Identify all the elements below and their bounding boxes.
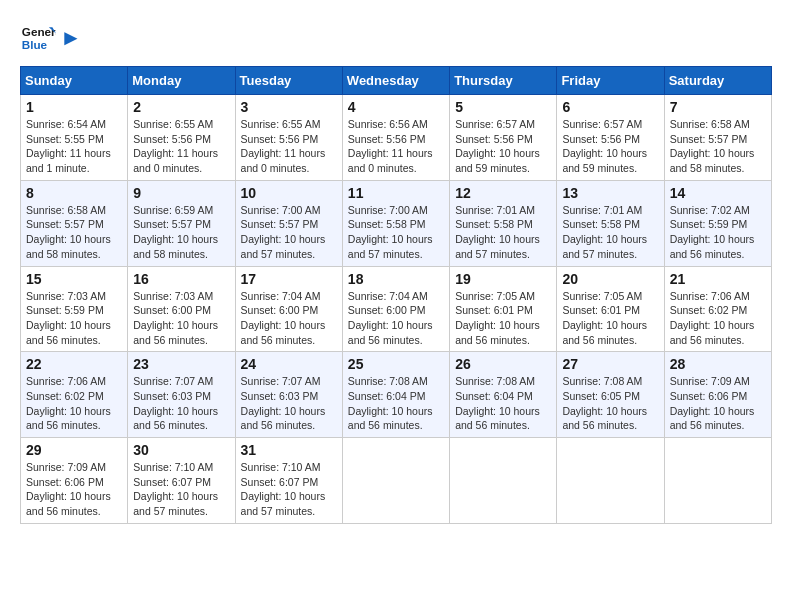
day-number: 23 <box>133 356 229 372</box>
day-info: Sunrise: 6:57 AMSunset: 5:56 PMDaylight:… <box>455 117 551 176</box>
calendar-day-cell: 20Sunrise: 7:05 AMSunset: 6:01 PMDayligh… <box>557 266 664 352</box>
day-number: 27 <box>562 356 658 372</box>
day-info: Sunrise: 7:01 AMSunset: 5:58 PMDaylight:… <box>455 203 551 262</box>
day-info: Sunrise: 7:00 AMSunset: 5:57 PMDaylight:… <box>241 203 337 262</box>
day-number: 24 <box>241 356 337 372</box>
calendar-day-cell: 31Sunrise: 7:10 AMSunset: 6:07 PMDayligh… <box>235 438 342 524</box>
day-info: Sunrise: 7:03 AMSunset: 6:00 PMDaylight:… <box>133 289 229 348</box>
day-info: Sunrise: 7:07 AMSunset: 6:03 PMDaylight:… <box>241 374 337 433</box>
header-tuesday: Tuesday <box>235 67 342 95</box>
calendar-day-cell: 28Sunrise: 7:09 AMSunset: 6:06 PMDayligh… <box>664 352 771 438</box>
day-number: 25 <box>348 356 444 372</box>
calendar-day-cell: 30Sunrise: 7:10 AMSunset: 6:07 PMDayligh… <box>128 438 235 524</box>
header-thursday: Thursday <box>450 67 557 95</box>
calendar-day-cell: 7Sunrise: 6:58 AMSunset: 5:57 PMDaylight… <box>664 95 771 181</box>
day-number: 29 <box>26 442 122 458</box>
day-number: 20 <box>562 271 658 287</box>
day-info: Sunrise: 7:04 AMSunset: 6:00 PMDaylight:… <box>241 289 337 348</box>
day-number: 19 <box>455 271 551 287</box>
calendar-day-cell: 8Sunrise: 6:58 AMSunset: 5:57 PMDaylight… <box>21 180 128 266</box>
empty-cell <box>450 438 557 524</box>
header-saturday: Saturday <box>664 67 771 95</box>
day-number: 9 <box>133 185 229 201</box>
day-info: Sunrise: 6:59 AMSunset: 5:57 PMDaylight:… <box>133 203 229 262</box>
calendar-week-row: 8Sunrise: 6:58 AMSunset: 5:57 PMDaylight… <box>21 180 772 266</box>
day-info: Sunrise: 7:09 AMSunset: 6:06 PMDaylight:… <box>670 374 766 433</box>
day-info: Sunrise: 7:06 AMSunset: 6:02 PMDaylight:… <box>670 289 766 348</box>
day-number: 21 <box>670 271 766 287</box>
day-number: 1 <box>26 99 122 115</box>
day-info: Sunrise: 7:10 AMSunset: 6:07 PMDaylight:… <box>241 460 337 519</box>
calendar-day-cell: 12Sunrise: 7:01 AMSunset: 5:58 PMDayligh… <box>450 180 557 266</box>
page-header: General Blue ► <box>20 20 772 56</box>
calendar-day-cell: 6Sunrise: 6:57 AMSunset: 5:56 PMDaylight… <box>557 95 664 181</box>
calendar-table: SundayMondayTuesdayWednesdayThursdayFrid… <box>20 66 772 524</box>
calendar-day-cell: 27Sunrise: 7:08 AMSunset: 6:05 PMDayligh… <box>557 352 664 438</box>
empty-cell <box>557 438 664 524</box>
day-number: 18 <box>348 271 444 287</box>
day-number: 30 <box>133 442 229 458</box>
day-number: 13 <box>562 185 658 201</box>
day-number: 26 <box>455 356 551 372</box>
calendar-day-cell: 3Sunrise: 6:55 AMSunset: 5:56 PMDaylight… <box>235 95 342 181</box>
day-info: Sunrise: 7:05 AMSunset: 6:01 PMDaylight:… <box>562 289 658 348</box>
day-info: Sunrise: 7:08 AMSunset: 6:04 PMDaylight:… <box>455 374 551 433</box>
calendar-day-cell: 5Sunrise: 6:57 AMSunset: 5:56 PMDaylight… <box>450 95 557 181</box>
calendar-day-cell: 16Sunrise: 7:03 AMSunset: 6:00 PMDayligh… <box>128 266 235 352</box>
header-sunday: Sunday <box>21 67 128 95</box>
day-info: Sunrise: 7:08 AMSunset: 6:05 PMDaylight:… <box>562 374 658 433</box>
logo-icon: General Blue <box>20 20 56 56</box>
day-number: 28 <box>670 356 766 372</box>
day-number: 3 <box>241 99 337 115</box>
day-info: Sunrise: 7:07 AMSunset: 6:03 PMDaylight:… <box>133 374 229 433</box>
calendar-day-cell: 9Sunrise: 6:59 AMSunset: 5:57 PMDaylight… <box>128 180 235 266</box>
day-number: 15 <box>26 271 122 287</box>
day-number: 10 <box>241 185 337 201</box>
day-number: 8 <box>26 185 122 201</box>
day-number: 16 <box>133 271 229 287</box>
empty-cell <box>342 438 449 524</box>
header-friday: Friday <box>557 67 664 95</box>
calendar-day-cell: 4Sunrise: 6:56 AMSunset: 5:56 PMDaylight… <box>342 95 449 181</box>
calendar-week-row: 22Sunrise: 7:06 AMSunset: 6:02 PMDayligh… <box>21 352 772 438</box>
calendar-day-cell: 13Sunrise: 7:01 AMSunset: 5:58 PMDayligh… <box>557 180 664 266</box>
day-number: 14 <box>670 185 766 201</box>
calendar-week-row: 29Sunrise: 7:09 AMSunset: 6:06 PMDayligh… <box>21 438 772 524</box>
day-info: Sunrise: 7:05 AMSunset: 6:01 PMDaylight:… <box>455 289 551 348</box>
day-info: Sunrise: 6:56 AMSunset: 5:56 PMDaylight:… <box>348 117 444 176</box>
calendar-day-cell: 17Sunrise: 7:04 AMSunset: 6:00 PMDayligh… <box>235 266 342 352</box>
day-info: Sunrise: 7:09 AMSunset: 6:06 PMDaylight:… <box>26 460 122 519</box>
day-number: 17 <box>241 271 337 287</box>
calendar-day-cell: 1Sunrise: 6:54 AMSunset: 5:55 PMDaylight… <box>21 95 128 181</box>
day-info: Sunrise: 7:08 AMSunset: 6:04 PMDaylight:… <box>348 374 444 433</box>
calendar-day-cell: 10Sunrise: 7:00 AMSunset: 5:57 PMDayligh… <box>235 180 342 266</box>
day-info: Sunrise: 7:01 AMSunset: 5:58 PMDaylight:… <box>562 203 658 262</box>
day-number: 22 <box>26 356 122 372</box>
day-info: Sunrise: 7:06 AMSunset: 6:02 PMDaylight:… <box>26 374 122 433</box>
day-info: Sunrise: 7:02 AMSunset: 5:59 PMDaylight:… <box>670 203 766 262</box>
day-number: 5 <box>455 99 551 115</box>
calendar-day-cell: 23Sunrise: 7:07 AMSunset: 6:03 PMDayligh… <box>128 352 235 438</box>
day-info: Sunrise: 6:55 AMSunset: 5:56 PMDaylight:… <box>241 117 337 176</box>
header-monday: Monday <box>128 67 235 95</box>
calendar-day-cell: 26Sunrise: 7:08 AMSunset: 6:04 PMDayligh… <box>450 352 557 438</box>
day-info: Sunrise: 6:54 AMSunset: 5:55 PMDaylight:… <box>26 117 122 176</box>
calendar-week-row: 1Sunrise: 6:54 AMSunset: 5:55 PMDaylight… <box>21 95 772 181</box>
day-info: Sunrise: 6:58 AMSunset: 5:57 PMDaylight:… <box>26 203 122 262</box>
day-number: 6 <box>562 99 658 115</box>
calendar-week-row: 15Sunrise: 7:03 AMSunset: 5:59 PMDayligh… <box>21 266 772 352</box>
day-number: 2 <box>133 99 229 115</box>
day-number: 7 <box>670 99 766 115</box>
calendar-day-cell: 22Sunrise: 7:06 AMSunset: 6:02 PMDayligh… <box>21 352 128 438</box>
calendar-day-cell: 18Sunrise: 7:04 AMSunset: 6:00 PMDayligh… <box>342 266 449 352</box>
day-info: Sunrise: 6:57 AMSunset: 5:56 PMDaylight:… <box>562 117 658 176</box>
day-number: 11 <box>348 185 444 201</box>
calendar-day-cell: 15Sunrise: 7:03 AMSunset: 5:59 PMDayligh… <box>21 266 128 352</box>
calendar-day-cell: 2Sunrise: 6:55 AMSunset: 5:56 PMDaylight… <box>128 95 235 181</box>
svg-text:General: General <box>22 25 56 38</box>
svg-text:Blue: Blue <box>22 38 48 51</box>
day-info: Sunrise: 6:58 AMSunset: 5:57 PMDaylight:… <box>670 117 766 176</box>
calendar-header-row: SundayMondayTuesdayWednesdayThursdayFrid… <box>21 67 772 95</box>
calendar-day-cell: 11Sunrise: 7:00 AMSunset: 5:58 PMDayligh… <box>342 180 449 266</box>
calendar-day-cell: 21Sunrise: 7:06 AMSunset: 6:02 PMDayligh… <box>664 266 771 352</box>
